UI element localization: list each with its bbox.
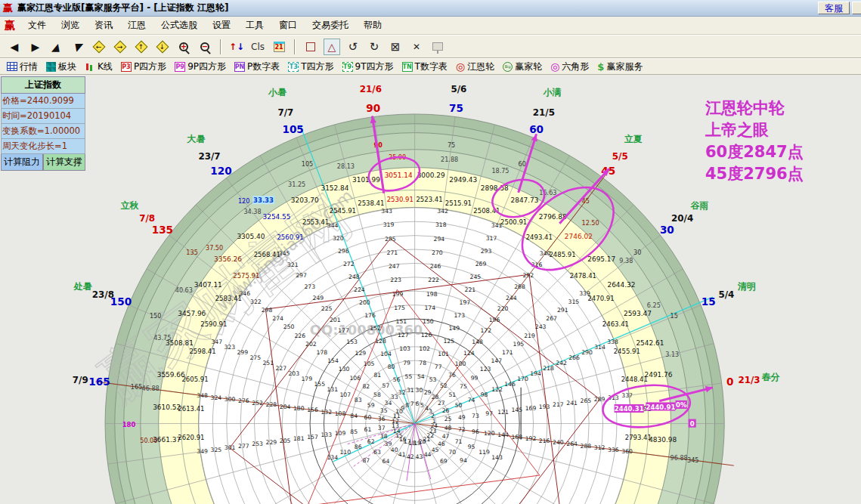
svg-text:247: 247 (389, 263, 400, 270)
svg-text:325: 325 (211, 447, 222, 453)
t3-icon: T3 (288, 62, 299, 72)
feature-kline[interactable]: K线 (82, 60, 115, 74)
collapse-icon[interactable]: ✕ (408, 39, 425, 55)
cls-button[interactable]: Cls (249, 39, 266, 55)
svg-text:20/4: 20/4 (671, 213, 693, 224)
svg-text:135: 135 (152, 224, 173, 236)
calc-support-button[interactable]: 计算支撑 (43, 154, 85, 171)
menu-formula-stock[interactable]: 公式选股 (154, 17, 204, 33)
svg-text:15: 15 (701, 295, 716, 308)
updown-marker-icon[interactable]: ↑↓ (228, 39, 245, 55)
svg-text:225: 225 (321, 305, 333, 312)
svg-text:274: 274 (272, 315, 283, 322)
svg-text:3101.99: 3101.99 (352, 176, 380, 184)
rect-tool-icon[interactable] (302, 39, 319, 55)
svg-text:3051.14: 3051.14 (385, 172, 413, 179)
feature-t-square[interactable]: T3 T四方形 (286, 60, 336, 74)
svg-text:2620.91: 2620.91 (178, 434, 204, 441)
svg-text:2746.02: 2746.02 (565, 233, 593, 240)
menu-tools[interactable]: 工具 (239, 17, 271, 33)
feature-winner-wheel[interactable]: Big 赢家轮 (500, 60, 544, 74)
nav-back-icon[interactable]: ◀ (6, 39, 23, 55)
svg-text:2560.91: 2560.91 (277, 233, 303, 241)
svg-text:276: 276 (238, 397, 249, 404)
peak-down-icon[interactable]: ▼ (70, 39, 86, 55)
winner-wheel-icon: Big (503, 62, 513, 72)
svg-text:196: 196 (489, 317, 500, 323)
service-button[interactable]: 客服 (818, 2, 850, 14)
svg-text:2515.91: 2515.91 (445, 199, 472, 207)
svg-text:267: 267 (546, 315, 557, 322)
peak-up-icon[interactable]: ▲ (48, 39, 65, 55)
svg-text:32: 32 (398, 389, 406, 396)
menu-window[interactable]: 窗口 (272, 17, 304, 33)
xbox-icon[interactable]: ⊠ (387, 39, 404, 55)
svg-text:50.00: 50.00 (140, 437, 157, 444)
feature-p-square[interactable]: P3 P四方形 (119, 60, 169, 74)
svg-text:73: 73 (472, 413, 479, 419)
svg-text:149: 149 (448, 325, 460, 332)
menu-help[interactable]: 帮助 (357, 17, 389, 33)
rotate-ccw-icon[interactable]: ↺ (345, 39, 361, 55)
feature-hexagon[interactable]: ◎ 六角形 (548, 60, 591, 74)
price-row: 价格=2440.9099 (1, 94, 85, 109)
feature-service[interactable]: $ 赢家服务 (595, 60, 645, 74)
nav-forward-icon[interactable]: ▶ (27, 39, 44, 55)
svg-text:275: 275 (249, 354, 261, 361)
svg-text:150: 150 (150, 312, 161, 320)
menu-settings[interactable]: 设置 (206, 17, 237, 33)
svg-text:102: 102 (419, 345, 430, 352)
feature-quotes[interactable]: 行情 (5, 60, 40, 74)
svg-text:180: 180 (293, 405, 305, 412)
svg-text:99: 99 (471, 375, 479, 382)
svg-text:347: 347 (211, 339, 222, 345)
menu-gann[interactable]: 江恩 (121, 17, 153, 33)
feature-blocks[interactable]: 板块 (44, 60, 79, 74)
step-row: 周天变化步长=1 (1, 139, 85, 154)
svg-text:108: 108 (335, 410, 346, 417)
menu-browse[interactable]: 浏览 (54, 17, 86, 33)
svg-text:101: 101 (438, 351, 449, 357)
partial-button[interactable] (852, 2, 861, 14)
svg-text:70: 70 (448, 449, 456, 456)
svg-text:205: 205 (280, 438, 291, 444)
svg-text:2463.41: 2463.41 (602, 320, 629, 328)
triangle-tool-icon[interactable]: △ (324, 39, 340, 55)
calendar-icon[interactable]: 21 (271, 39, 287, 55)
diamond-left-icon[interactable]: ← (91, 39, 107, 55)
feature-gann-wheel[interactable]: ◎ 江恩轮 (454, 60, 497, 74)
svg-text:86: 86 (355, 444, 362, 450)
svg-text:250: 250 (283, 323, 295, 330)
svg-text:200: 200 (359, 299, 370, 306)
svg-text:98: 98 (481, 391, 488, 398)
svg-text:135: 135 (186, 249, 197, 256)
zoom-in-icon[interactable]: + (175, 39, 192, 55)
menu-news[interactable]: 资讯 (88, 17, 119, 33)
svg-text:170: 170 (517, 376, 528, 382)
board-icon[interactable] (429, 39, 446, 55)
calc-resistance-button[interactable]: 计算阻力 (1, 154, 43, 171)
svg-text:5: 5 (420, 402, 424, 409)
svg-text:3000.29: 3000.29 (417, 172, 445, 179)
diamond-down-icon[interactable]: ↓ (154, 39, 171, 55)
feature-9p-square[interactable]: P9 9P四方形 (172, 60, 228, 74)
rotate-cw-icon[interactable]: ↻ (366, 39, 382, 55)
svg-text:220: 220 (497, 305, 509, 312)
svg-text:245: 245 (470, 274, 482, 280)
svg-text:2568.41: 2568.41 (254, 251, 280, 258)
zoom-out-icon[interactable]: − (197, 39, 213, 55)
svg-text:2583.41: 2583.41 (215, 295, 242, 302)
svg-text:15.63: 15.63 (539, 189, 556, 196)
menu-trade[interactable]: 交易委托 (305, 17, 355, 33)
svg-text:96.88: 96.88 (671, 454, 688, 462)
diamond-right-icon[interactable]: → (112, 39, 129, 55)
feature-t-table[interactable]: TN T数字表 (400, 60, 450, 74)
svg-text:227: 227 (275, 365, 286, 372)
feature-p-table[interactable]: PN P数字表 (232, 60, 282, 74)
pn-icon: PN (234, 62, 245, 72)
menu-file[interactable]: 文件 (21, 17, 53, 33)
diamond-up-icon[interactable]: ↑ (133, 39, 150, 55)
svg-text:165: 165 (131, 383, 142, 391)
feature-9t-square[interactable]: T9 9T四方形 (340, 60, 396, 74)
svg-text:0: 0 (690, 420, 695, 428)
